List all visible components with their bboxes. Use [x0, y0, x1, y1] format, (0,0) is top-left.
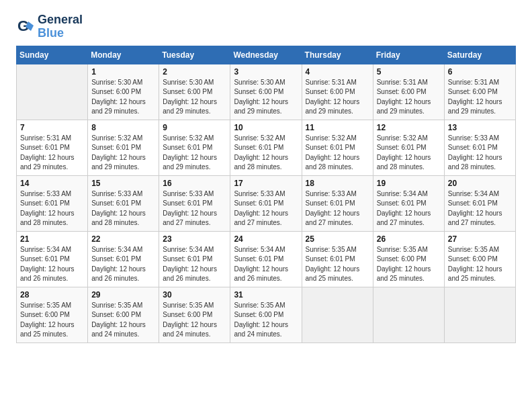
day-number: 6 [448, 67, 512, 77]
calendar-cell: 15Sunrise: 5:33 AMSunset: 6:01 PMDayligh… [88, 175, 159, 231]
logo: G General Blue [16, 13, 83, 40]
day-detail: Sunrise: 5:30 AMSunset: 6:00 PMDaylight:… [234, 79, 288, 116]
day-detail: Sunrise: 5:31 AMSunset: 6:00 PMDaylight:… [377, 79, 431, 116]
calendar-cell: 21Sunrise: 5:34 AMSunset: 6:01 PMDayligh… [17, 231, 88, 287]
logo-icon: G [16, 17, 35, 36]
day-number: 31 [234, 290, 298, 300]
day-number: 9 [163, 123, 226, 132]
weekday-header: Saturday [444, 46, 515, 64]
calendar-cell: 14Sunrise: 5:33 AMSunset: 6:01 PMDayligh… [17, 175, 88, 231]
day-detail: Sunrise: 5:33 AMSunset: 6:01 PMDaylight:… [234, 190, 288, 227]
calendar-cell: 17Sunrise: 5:33 AMSunset: 6:01 PMDayligh… [230, 175, 302, 231]
calendar-week-row: 28Sunrise: 5:35 AMSunset: 6:00 PMDayligh… [17, 287, 516, 342]
day-number: 18 [306, 179, 369, 188]
day-number: 8 [91, 123, 155, 132]
day-detail: Sunrise: 5:35 AMSunset: 6:00 PMDaylight:… [448, 246, 502, 283]
day-detail: Sunrise: 5:32 AMSunset: 6:01 PMDaylight:… [91, 134, 146, 171]
calendar-cell: 11Sunrise: 5:32 AMSunset: 6:01 PMDayligh… [302, 120, 373, 175]
calendar-cell: 28Sunrise: 5:35 AMSunset: 6:00 PMDayligh… [17, 287, 88, 342]
day-detail: Sunrise: 5:31 AMSunset: 6:00 PMDaylight:… [448, 79, 502, 116]
day-number: 15 [91, 179, 155, 188]
day-number: 1 [91, 67, 155, 77]
day-detail: Sunrise: 5:34 AMSunset: 6:01 PMDaylight:… [377, 190, 431, 227]
day-detail: Sunrise: 5:35 AMSunset: 6:00 PMDaylight:… [91, 302, 146, 338]
calendar-week-row: 7Sunrise: 5:31 AMSunset: 6:01 PMDaylight… [17, 120, 516, 175]
calendar-cell: 18Sunrise: 5:33 AMSunset: 6:01 PMDayligh… [302, 175, 373, 231]
day-detail: Sunrise: 5:33 AMSunset: 6:01 PMDaylight:… [91, 190, 146, 227]
calendar-cell: 1Sunrise: 5:30 AMSunset: 6:00 PMDaylight… [88, 64, 159, 120]
day-detail: Sunrise: 5:34 AMSunset: 6:01 PMDaylight:… [20, 246, 75, 283]
day-detail: Sunrise: 5:35 AMSunset: 6:00 PMDaylight:… [377, 246, 431, 283]
calendar-cell [302, 287, 373, 342]
weekday-header: Friday [373, 46, 444, 64]
calendar-cell: 8Sunrise: 5:32 AMSunset: 6:01 PMDaylight… [88, 120, 159, 175]
day-detail: Sunrise: 5:32 AMSunset: 6:01 PMDaylight:… [163, 134, 217, 171]
day-number: 14 [20, 179, 84, 188]
day-detail: Sunrise: 5:32 AMSunset: 6:01 PMDaylight:… [234, 134, 288, 171]
calendar-week-row: 1Sunrise: 5:30 AMSunset: 6:00 PMDaylight… [17, 64, 516, 120]
calendar-cell: 25Sunrise: 5:35 AMSunset: 6:01 PMDayligh… [302, 231, 373, 287]
day-number: 24 [234, 234, 298, 244]
day-number: 4 [306, 67, 369, 77]
logo-text: General Blue [38, 13, 83, 40]
calendar-cell: 30Sunrise: 5:35 AMSunset: 6:00 PMDayligh… [159, 287, 230, 342]
calendar-cell: 2Sunrise: 5:30 AMSunset: 6:00 PMDaylight… [159, 64, 230, 120]
day-detail: Sunrise: 5:33 AMSunset: 6:01 PMDaylight:… [448, 134, 502, 171]
weekday-header: Sunday [17, 46, 88, 64]
day-detail: Sunrise: 5:34 AMSunset: 6:01 PMDaylight:… [448, 190, 502, 227]
day-number: 2 [163, 67, 226, 77]
day-number: 25 [306, 234, 369, 244]
day-detail: Sunrise: 5:33 AMSunset: 6:01 PMDaylight:… [306, 190, 360, 227]
calendar-body: 1Sunrise: 5:30 AMSunset: 6:00 PMDaylight… [17, 64, 516, 342]
calendar-cell: 7Sunrise: 5:31 AMSunset: 6:01 PMDaylight… [17, 120, 88, 175]
day-number: 30 [163, 290, 226, 300]
calendar-cell: 5Sunrise: 5:31 AMSunset: 6:00 PMDaylight… [373, 64, 444, 120]
calendar-cell: 10Sunrise: 5:32 AMSunset: 6:01 PMDayligh… [230, 120, 302, 175]
calendar-cell: 29Sunrise: 5:35 AMSunset: 6:00 PMDayligh… [88, 287, 159, 342]
weekday-header: Wednesday [230, 46, 302, 64]
calendar-cell [17, 64, 88, 120]
day-detail: Sunrise: 5:34 AMSunset: 6:01 PMDaylight:… [91, 246, 146, 283]
calendar-table: SundayMondayTuesdayWednesdayThursdayFrid… [16, 46, 516, 343]
calendar-cell: 6Sunrise: 5:31 AMSunset: 6:00 PMDaylight… [444, 64, 515, 120]
day-detail: Sunrise: 5:31 AMSunset: 6:00 PMDaylight:… [306, 79, 360, 116]
page-header: G General Blue [16, 13, 516, 40]
calendar-week-row: 21Sunrise: 5:34 AMSunset: 6:01 PMDayligh… [17, 231, 516, 287]
calendar-cell: 19Sunrise: 5:34 AMSunset: 6:01 PMDayligh… [373, 175, 444, 231]
day-detail: Sunrise: 5:33 AMSunset: 6:01 PMDaylight:… [163, 190, 217, 227]
day-number: 3 [234, 67, 298, 77]
calendar-cell: 13Sunrise: 5:33 AMSunset: 6:01 PMDayligh… [444, 120, 515, 175]
day-number: 12 [377, 123, 441, 132]
calendar-cell [444, 287, 515, 342]
weekday-header: Monday [88, 46, 159, 64]
day-detail: Sunrise: 5:34 AMSunset: 6:01 PMDaylight:… [234, 246, 288, 283]
weekday-header: Thursday [302, 46, 373, 64]
calendar-cell: 22Sunrise: 5:34 AMSunset: 6:01 PMDayligh… [88, 231, 159, 287]
day-number: 22 [91, 234, 155, 244]
calendar-cell: 26Sunrise: 5:35 AMSunset: 6:00 PMDayligh… [373, 231, 444, 287]
calendar-cell: 4Sunrise: 5:31 AMSunset: 6:00 PMDaylight… [302, 64, 373, 120]
day-detail: Sunrise: 5:35 AMSunset: 6:01 PMDaylight:… [306, 246, 360, 283]
calendar-cell: 27Sunrise: 5:35 AMSunset: 6:00 PMDayligh… [444, 231, 515, 287]
day-detail: Sunrise: 5:30 AMSunset: 6:00 PMDaylight:… [163, 79, 217, 116]
day-detail: Sunrise: 5:35 AMSunset: 6:00 PMDaylight:… [20, 302, 75, 338]
day-number: 27 [448, 234, 512, 244]
day-detail: Sunrise: 5:30 AMSunset: 6:00 PMDaylight:… [91, 79, 146, 116]
day-number: 17 [234, 179, 298, 188]
day-detail: Sunrise: 5:31 AMSunset: 6:01 PMDaylight:… [20, 134, 75, 171]
day-number: 7 [20, 123, 84, 132]
calendar-header-row: SundayMondayTuesdayWednesdayThursdayFrid… [17, 46, 516, 64]
day-detail: Sunrise: 5:35 AMSunset: 6:00 PMDaylight:… [163, 302, 217, 338]
day-number: 26 [377, 234, 441, 244]
day-number: 10 [234, 123, 298, 132]
day-number: 29 [91, 290, 155, 300]
day-detail: Sunrise: 5:35 AMSunset: 6:00 PMDaylight:… [234, 302, 288, 338]
calendar-cell: 9Sunrise: 5:32 AMSunset: 6:01 PMDaylight… [159, 120, 230, 175]
day-number: 28 [20, 290, 84, 300]
day-detail: Sunrise: 5:32 AMSunset: 6:01 PMDaylight:… [306, 134, 360, 171]
calendar-week-row: 14Sunrise: 5:33 AMSunset: 6:01 PMDayligh… [17, 175, 516, 231]
calendar-cell: 16Sunrise: 5:33 AMSunset: 6:01 PMDayligh… [159, 175, 230, 231]
calendar-cell: 3Sunrise: 5:30 AMSunset: 6:00 PMDaylight… [230, 64, 302, 120]
day-detail: Sunrise: 5:33 AMSunset: 6:01 PMDaylight:… [20, 190, 75, 227]
day-number: 21 [20, 234, 84, 244]
